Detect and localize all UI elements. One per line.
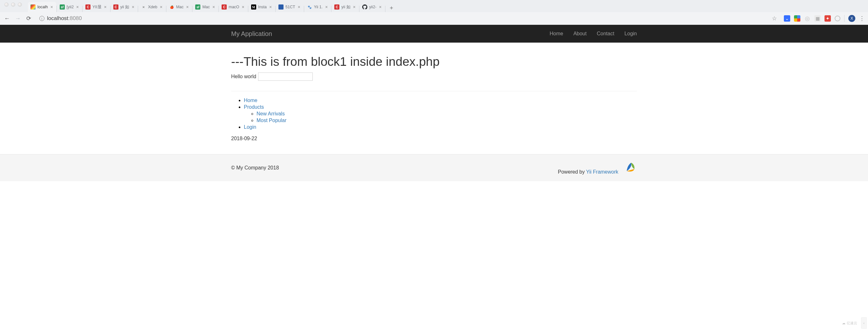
kebab-menu-icon[interactable]: ⋮ bbox=[859, 15, 865, 22]
tab-title: [yii2 bbox=[67, 5, 74, 9]
menu-link-new-arrivals[interactable]: New Arrivals bbox=[256, 111, 285, 116]
browser-chrome: localh × sf [yii2 × C YII显 × C yii 如 × ✕… bbox=[0, 0, 868, 25]
extension-icons: ⌄ ◎ ▦ ✦ X ⋮ bbox=[784, 15, 865, 22]
tab-yii2-sf[interactable]: sf [yii2 × bbox=[57, 2, 82, 12]
tab-title: Xdeb bbox=[148, 5, 157, 9]
favicon-x: ✕ bbox=[141, 4, 146, 9]
menu-link-login[interactable]: Login bbox=[244, 124, 256, 130]
close-tab-icon[interactable]: × bbox=[352, 4, 356, 9]
address-bar[interactable]: i localhost:8080 ☆ bbox=[36, 14, 781, 23]
nav-link-about[interactable]: About bbox=[574, 31, 587, 36]
tab-mac-sf[interactable]: sf Mac × bbox=[193, 2, 218, 12]
tab-yii2-github[interactable]: yii2- × bbox=[360, 2, 385, 12]
extension-icon-4[interactable]: ▦ bbox=[814, 15, 821, 22]
reload-button[interactable]: ⟳ bbox=[25, 15, 32, 22]
tab-title: Insta bbox=[258, 5, 267, 9]
maximize-window-button[interactable] bbox=[18, 3, 22, 7]
tab-separator bbox=[385, 6, 385, 12]
tab-title: yii 如 bbox=[120, 4, 129, 10]
close-window-button[interactable] bbox=[4, 3, 8, 7]
bookmark-star-icon[interactable]: ☆ bbox=[772, 15, 777, 22]
close-tab-icon[interactable]: × bbox=[241, 4, 245, 9]
tab-title: Mac bbox=[176, 5, 184, 9]
extension-icon-3[interactable]: ◎ bbox=[804, 15, 810, 22]
tab-localhost[interactable]: localh × bbox=[28, 2, 56, 12]
favicon-c: C bbox=[222, 4, 227, 9]
nav-link-login[interactable]: Login bbox=[624, 31, 637, 36]
nav-link-home[interactable]: Home bbox=[550, 31, 563, 36]
menu-link-home[interactable]: Home bbox=[244, 98, 257, 103]
favicon-c: C bbox=[113, 4, 118, 9]
brand[interactable]: My Application bbox=[231, 30, 272, 37]
address-row: ← → ⟳ i localhost:8080 ☆ ⌄ ◎ ▦ ✦ X ⋮ bbox=[0, 12, 868, 25]
tab-xdebug[interactable]: ✕ Xdeb × bbox=[138, 2, 165, 12]
favicon-sf: sf bbox=[60, 4, 65, 9]
menu-link-products[interactable]: Products bbox=[244, 104, 264, 110]
nav-links: Home About Contact Login bbox=[550, 31, 637, 36]
list-item: Products New Arrivals Most Popular bbox=[244, 104, 637, 123]
tab-separator bbox=[275, 6, 276, 12]
powered-prefix: Powered by bbox=[558, 169, 586, 174]
separator bbox=[231, 91, 637, 91]
close-tab-icon[interactable]: × bbox=[185, 4, 189, 9]
tab-separator bbox=[110, 6, 111, 12]
extension-icon-5[interactable]: ✦ bbox=[825, 15, 831, 22]
close-tab-icon[interactable]: × bbox=[324, 4, 328, 9]
back-button[interactable]: ← bbox=[3, 15, 11, 22]
tab-macos[interactable]: C macO × bbox=[219, 2, 248, 12]
nav-link-contact[interactable]: Contact bbox=[597, 31, 614, 36]
site-info-icon[interactable]: i bbox=[39, 16, 44, 21]
forward-button[interactable]: → bbox=[14, 15, 22, 22]
divider bbox=[844, 15, 844, 22]
list-item: Most Popular bbox=[256, 118, 637, 123]
favicon-c: C bbox=[85, 4, 91, 9]
tab-yii-ru-1[interactable]: C yii 如 × bbox=[111, 2, 137, 12]
extension-icon-1[interactable]: ⌄ bbox=[784, 15, 790, 22]
tab-yii-display[interactable]: C YII显 × bbox=[83, 2, 110, 12]
footer: © My Company 2018 Powered by Yii Framewo… bbox=[0, 154, 868, 181]
tab-title: macO bbox=[228, 5, 239, 9]
tab-title: Yii 1. bbox=[314, 5, 322, 9]
tab-insta[interactable]: M Insta × bbox=[249, 2, 275, 12]
tab-title: localh bbox=[37, 5, 48, 9]
page-heading: ---This is from block1 inside index.php bbox=[231, 55, 637, 69]
close-tab-icon[interactable]: × bbox=[297, 4, 301, 9]
url-host: localhost bbox=[47, 15, 68, 21]
footer-copyright: © My Company 2018 bbox=[231, 165, 279, 171]
close-tab-icon[interactable]: × bbox=[212, 4, 216, 9]
hello-label: Hello world bbox=[231, 74, 256, 80]
close-tab-icon[interactable]: × bbox=[269, 4, 272, 9]
extension-icon-google[interactable] bbox=[794, 15, 800, 22]
page-content: ---This is from block1 inside index.php … bbox=[0, 55, 868, 154]
tab-separator bbox=[166, 6, 166, 12]
menu-link-most-popular[interactable]: Most Popular bbox=[256, 118, 286, 123]
hello-row: Hello world bbox=[231, 73, 637, 81]
close-tab-icon[interactable]: × bbox=[159, 4, 163, 9]
tab-separator bbox=[82, 6, 83, 12]
tab-mac-apple[interactable]: 🍎 Mac × bbox=[167, 2, 192, 12]
close-tab-icon[interactable]: × bbox=[103, 4, 107, 9]
tab-title: Mac bbox=[202, 5, 210, 9]
favicon-mac: 🍎 bbox=[169, 4, 174, 9]
close-tab-icon[interactable]: × bbox=[75, 4, 80, 9]
tab-51cto[interactable]: 51CT × bbox=[276, 2, 304, 12]
minimize-window-button[interactable] bbox=[11, 3, 15, 7]
tab-separator bbox=[359, 6, 360, 12]
favicon-51cto bbox=[278, 4, 283, 9]
hello-input[interactable] bbox=[258, 73, 313, 81]
tab-yii1[interactable]: 🐾 Yii 1. × bbox=[305, 2, 331, 12]
tab-title: yii 如 bbox=[341, 4, 350, 10]
navbar: My Application Home About Contact Login bbox=[0, 25, 868, 43]
profile-avatar[interactable]: X bbox=[848, 15, 855, 22]
close-tab-icon[interactable]: × bbox=[378, 4, 382, 9]
tab-separator bbox=[248, 6, 248, 12]
yii-framework-link[interactable]: Yii Framework bbox=[586, 169, 618, 174]
tab-yii-ru-2[interactable]: C yii 如 × bbox=[332, 2, 359, 12]
tab-separator bbox=[331, 6, 332, 12]
tab-separator bbox=[57, 6, 57, 12]
close-tab-icon[interactable]: × bbox=[50, 4, 54, 9]
extension-icon-6[interactable] bbox=[835, 16, 840, 21]
close-tab-icon[interactable]: × bbox=[131, 4, 135, 9]
new-tab-button[interactable]: ＋ bbox=[387, 3, 396, 12]
favicon-localhost bbox=[30, 4, 36, 9]
